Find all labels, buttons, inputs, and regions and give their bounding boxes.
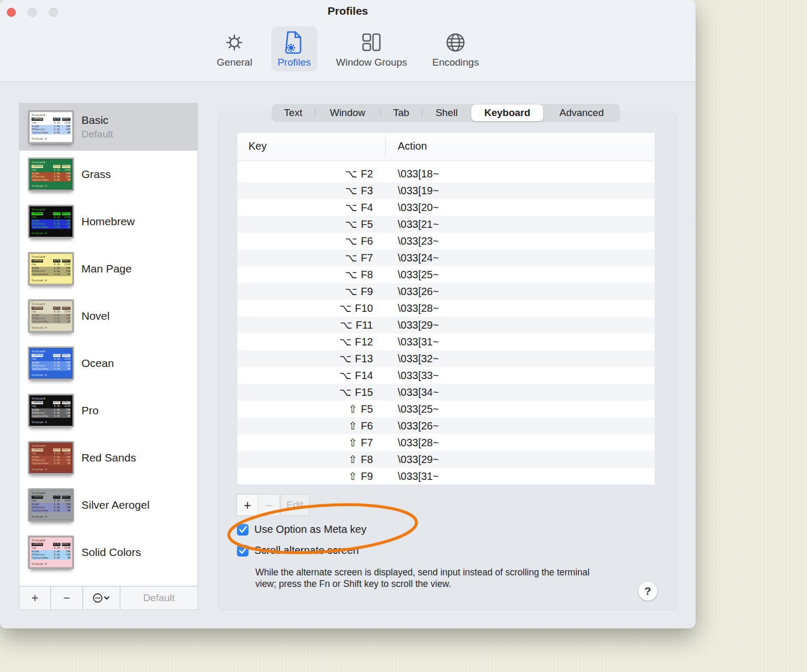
table-row[interactable]: ⌥F7\033[24~	[237, 249, 655, 266]
tab-window[interactable]: Window	[315, 104, 380, 122]
toolbar-item-profiles[interactable]: Profiles	[271, 26, 317, 71]
thumb-prompt: Terminal #	[32, 374, 70, 377]
table-row[interactable]: ⌥F6\033[23~	[237, 233, 655, 249]
toolbar-item-general[interactable]: General	[211, 26, 259, 71]
profile-row-grass[interactable]: Terminal#COMMAND%CPURPRVTtop4.1%231KXcod…	[19, 151, 198, 198]
table-row[interactable]: ⌥F14\033[33~	[237, 367, 655, 384]
question-mark-icon: ?	[645, 585, 651, 597]
table-row[interactable]: ⌥F12\033[31~	[237, 333, 655, 350]
table-row[interactable]: ⇧F9\033[31~	[237, 468, 655, 485]
action-cell: \033[20~	[385, 202, 439, 214]
table-row[interactable]: ⌥F13\033[32~	[237, 350, 655, 367]
preferences-window: Profiles General	[0, 0, 696, 628]
key-cell: ⌥F3	[237, 184, 385, 197]
modifier-glyph: ⌥	[339, 386, 351, 398]
remove-profile-button[interactable]: −	[51, 586, 83, 610]
profile-row-novel[interactable]: Terminal#COMMAND%CPURPRVTtop4.1%231KXcod…	[19, 292, 198, 340]
tab-tab[interactable]: Tab	[380, 104, 422, 122]
titlebar: Profiles General	[0, 0, 696, 82]
default-profile-button[interactable]: Default	[120, 586, 198, 610]
edit-key-button[interactable]: Edit	[281, 494, 309, 516]
action-cell: \033[29~	[385, 319, 439, 331]
action-cell: \033[33~	[385, 370, 439, 382]
remove-key-button[interactable]: −	[258, 494, 280, 516]
table-row[interactable]: ⌥F10\033[28~	[237, 300, 655, 317]
table-row[interactable]: ⇧F7\033[28~	[237, 434, 655, 451]
action-cell: \033[25~	[385, 403, 439, 415]
thumb-prompt: Terminal #	[32, 421, 70, 424]
profile-row-pro[interactable]: Terminal#COMMAND%CPURPRVTtop4.1%231KXcod…	[19, 387, 198, 434]
thumb-proc-row: loginwindow0.0%4M	[32, 226, 70, 229]
action-cell: \033[29~	[385, 454, 439, 466]
action-cell: \033[31~	[385, 470, 439, 482]
thumb-header: COMMAND%CPURPRVT	[32, 543, 70, 546]
profile-thumbnail: Terminal#COMMAND%CPURPRVTtop4.1%231KXcod…	[28, 299, 74, 333]
thumb-title: Terminal#	[32, 539, 70, 542]
profile-name: Man Page	[81, 262, 132, 275]
table-row[interactable]: ⇧F6\033[26~	[237, 417, 655, 434]
modifier-glyph: ⌥	[345, 286, 357, 297]
table-row[interactable]: ⌥F8\033[25~	[237, 266, 655, 283]
profile-label-group: Solid Colors	[81, 546, 141, 559]
profile-thumbnail: Terminal#COMMAND%CPURPRVTtop4.1%231KXcod…	[28, 158, 74, 191]
tab-shell[interactable]: Shell	[422, 104, 471, 122]
use-option-as-meta-key-row: Use Option as Meta key	[237, 523, 366, 536]
alternate-screen-help-text: While the alternate screen is displayed,…	[255, 567, 608, 590]
help-button[interactable]: ?	[638, 582, 657, 601]
scroll-alternate-screen-checkbox[interactable]	[237, 545, 249, 556]
add-profile-button[interactable]: +	[19, 586, 51, 610]
table-row[interactable]: ⌥F15\033[34~	[237, 384, 655, 401]
action-cell: \033[23~	[385, 235, 439, 247]
key-cell: ⌥F10	[237, 302, 385, 314]
column-divider	[385, 138, 386, 156]
profile-name: Grass	[81, 168, 111, 181]
thumb-title: Terminal#	[32, 114, 70, 117]
profile-name: Basic	[81, 114, 113, 127]
table-row[interactable]: ⇧F5\033[25~	[237, 401, 655, 417]
profile-row-basic[interactable]: Terminal#COMMAND%CPURPRVTtop4.1%231KXcod…	[19, 103, 198, 151]
tab-advanced[interactable]: Advanced	[543, 104, 620, 122]
toolbar-item-encodings[interactable]: Encodings	[426, 26, 485, 71]
add-key-button[interactable]: +	[236, 494, 258, 516]
thumb-proc-row: loginwindow0.0%4M	[32, 509, 70, 512]
tab-keyboard[interactable]: Keyboard	[471, 104, 543, 121]
thumb-proc-row: loginwindow0.0%4M	[32, 556, 70, 560]
action-cell: \033[25~	[385, 269, 439, 281]
table-row[interactable]: ⌥F9\033[26~	[237, 283, 655, 300]
use-option-as-meta-key-checkbox[interactable]	[237, 524, 249, 536]
tab-text[interactable]: Text	[272, 104, 315, 122]
action-cell: \033[31~	[385, 336, 439, 348]
table-row[interactable]: ⌥F3\033[19~	[237, 182, 655, 199]
key-cell: ⇧F8	[237, 453, 385, 466]
profile-row-homebrew[interactable]: Terminal#COMMAND%CPURPRVTtop4.1%231KXcod…	[19, 198, 198, 245]
table-row[interactable]: ⌥F11\033[29~	[237, 317, 655, 333]
profile-thumbnail: Terminal#COMMAND%CPURPRVTtop4.1%231KXcod…	[28, 394, 74, 427]
thumb-prompt: Terminal #	[32, 185, 70, 188]
profile-thumbnail: Terminal#COMMAND%CPURPRVTtop4.1%231KXcod…	[28, 536, 74, 569]
table-row[interactable]: ⌥F4\033[20~	[237, 199, 655, 216]
thumb-proc-row: loginwindow0.0%4M	[32, 320, 70, 323]
thumb-header: COMMAND%CPURPRVT	[32, 259, 70, 262]
profile-row-silver-aerogel[interactable]: Terminal#COMMAND%CPURPRVTtop4.1%231KXcod…	[19, 481, 198, 529]
screen: Profiles General	[0, 0, 807, 672]
gear-icon	[223, 29, 246, 56]
column-header-key: Key	[249, 140, 266, 152]
profile-row-solid-colors[interactable]: Terminal#COMMAND%CPURPRVTtop4.1%231KXcod…	[19, 529, 198, 576]
profile-row-red-sands[interactable]: Terminal#COMMAND%CPURPRVTtop4.1%231KXcod…	[19, 434, 198, 481]
table-row[interactable]: ⇧F8\033[29~	[237, 451, 655, 468]
profile-label-group: Grass	[81, 168, 111, 181]
key-cell: ⇧F7	[237, 436, 385, 449]
toolbar-item-window-groups[interactable]: Window Groups	[330, 26, 413, 71]
profile-row-man-page[interactable]: Terminal#COMMAND%CPURPRVTtop4.1%231KXcod…	[19, 245, 198, 292]
ellipsis-circle-chevron-icon	[92, 593, 110, 603]
profile-list: Terminal#COMMAND%CPURPRVTtop4.1%231KXcod…	[19, 103, 198, 586]
thumb-prompt: Terminal #	[32, 327, 70, 330]
profile-name: Pro	[81, 404, 99, 417]
table-row[interactable]: ⌥F5\033[21~	[237, 216, 655, 233]
table-buttons: + − Edit	[236, 494, 309, 516]
key-cell: ⌥F5	[237, 218, 385, 230]
table-row[interactable]: ⌥F2\033[18~	[237, 165, 655, 182]
profile-row-ocean[interactable]: Terminal#COMMAND%CPURPRVTtop4.1%231KXcod…	[19, 340, 198, 387]
profile-action-menu-button[interactable]	[83, 586, 120, 610]
thumb-proc-row: loginwindow0.0%4M	[32, 178, 70, 182]
